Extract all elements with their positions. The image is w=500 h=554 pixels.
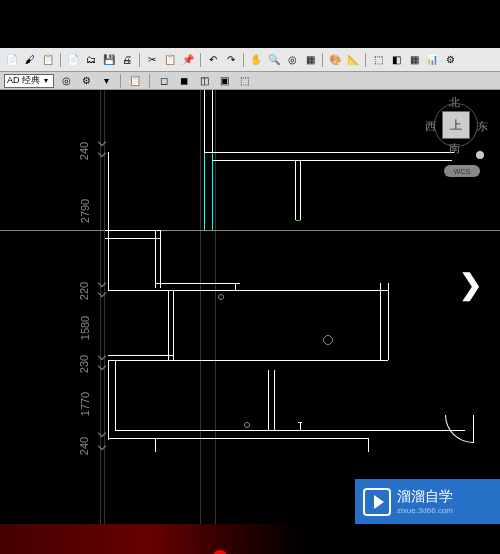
toolbar-icon[interactable]: ◻ (156, 73, 172, 89)
toolbar-icon[interactable]: 🎨 (327, 52, 343, 68)
toolbar-icon[interactable]: 📐 (345, 52, 361, 68)
toolbar-icon[interactable]: ⚙ (78, 73, 94, 89)
viewcube-handle[interactable] (476, 151, 484, 159)
viewcube-west[interactable]: 西 (425, 119, 436, 134)
toolbar-icon[interactable]: 📄 (65, 52, 81, 68)
next-arrow-icon[interactable]: ❯ (459, 268, 482, 301)
toolbar-icon[interactable]: 🖨 (119, 52, 135, 68)
toolbar-icon[interactable]: ▦ (302, 52, 318, 68)
dimension-label: 240 (78, 437, 90, 455)
viewcube-north[interactable]: 北 (449, 95, 460, 110)
watermark: 溜溜自学 zixue.3d66.com (355, 479, 500, 524)
toolbar-icon[interactable]: ⚙ (442, 52, 458, 68)
play-icon (363, 488, 391, 516)
viewcube-east[interactable]: 东 (477, 119, 488, 134)
toolbar-icon[interactable]: ◼ (176, 73, 192, 89)
progress-indicator[interactable] (214, 550, 226, 554)
main-toolbar: 📄 🖌 📋 📄 🗂 💾 🖨 ✂ 📋 📌 ↶ ↷ ✋ 🔍 ◎ ▦ 🎨 📐 ⬚ ◧ … (0, 48, 500, 72)
workspace-label: AD 经典 (7, 74, 40, 87)
toolbar-icon[interactable]: 📋 (162, 52, 178, 68)
toolbar-icon[interactable]: ↷ (223, 52, 239, 68)
toolbar-icon[interactable]: ◎ (58, 73, 74, 89)
toolbar-icon[interactable]: 📄 (4, 52, 20, 68)
toolbar-icon[interactable]: 📋 (40, 52, 56, 68)
toolbar-icon[interactable]: 🗂 (83, 52, 99, 68)
toolbar-icon[interactable]: ▣ (216, 73, 232, 89)
toolbar-icon[interactable]: 📌 (180, 52, 196, 68)
toolbar-icon[interactable]: ◎ (284, 52, 300, 68)
toolbar-icon[interactable]: ⬚ (370, 52, 386, 68)
toolbar-icon[interactable]: 📋 (127, 73, 143, 89)
toolbar-icon[interactable]: 💾 (101, 52, 117, 68)
zoom-icon[interactable]: 🔍 (266, 52, 282, 68)
toolbar-icon[interactable]: ⬚ (236, 73, 252, 89)
viewcube-south[interactable]: 南 (449, 141, 460, 156)
dimension-label: 230 (78, 355, 90, 373)
chevron-down-icon: ▾ (44, 76, 48, 85)
dimension-label: 220 (78, 282, 90, 300)
workspace-dropdown[interactable]: AD 经典 ▾ (4, 74, 54, 88)
pan-icon[interactable]: ✋ (248, 52, 264, 68)
watermark-title: 溜溜自学 (397, 488, 453, 506)
toolbar-icon[interactable]: 📊 (424, 52, 440, 68)
toolbar-icon[interactable]: ◧ (388, 52, 404, 68)
toolbar-icon[interactable]: ◫ (196, 73, 212, 89)
view-cube[interactable]: 北 西 东 南 上 WCS (413, 95, 488, 180)
viewcube-top-face[interactable]: 上 (442, 111, 470, 139)
wcs-badge[interactable]: WCS (444, 165, 480, 177)
toolbar-icon[interactable]: ▦ (406, 52, 422, 68)
toolbar-icon[interactable]: 🖌 (22, 52, 38, 68)
toolbar-icon[interactable]: ✂ (144, 52, 160, 68)
dimension-label: 240 (78, 142, 90, 160)
toolbar-icon[interactable]: ▾ (98, 73, 114, 89)
bottom-status-bar (0, 524, 500, 554)
dimension-label: 1580 (79, 316, 91, 340)
dimension-label: 2790 (79, 199, 91, 223)
dimension-label: 1770 (79, 392, 91, 416)
watermark-url: zixue.3d66.com (397, 506, 453, 515)
secondary-toolbar: AD 经典 ▾ ◎ ⚙ ▾ 📋 ◻ ◼ ◫ ▣ ⬚ (0, 72, 500, 90)
toolbar-icon[interactable]: ↶ (205, 52, 221, 68)
